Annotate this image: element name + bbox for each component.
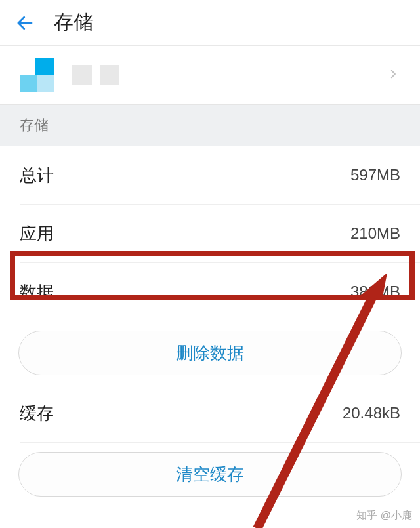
row-app-value: 210MB — [350, 224, 400, 243]
app-icon — [20, 58, 59, 92]
row-data: 数据 388MB — [0, 263, 420, 321]
row-total-value: 597MB — [350, 166, 400, 184]
app-name-blurred — [72, 65, 119, 85]
section-label-storage: 存储 — [0, 105, 420, 146]
row-data-label: 数据 — [20, 281, 54, 304]
chevron-right-icon — [387, 68, 400, 81]
delete-data-button[interactable]: 删除数据 — [18, 331, 402, 375]
row-data-value: 388MB — [350, 283, 400, 301]
back-icon[interactable] — [14, 12, 35, 33]
row-total-label: 总计 — [20, 164, 54, 187]
row-total: 总计 597MB — [0, 146, 420, 204]
app-info-row[interactable] — [0, 46, 420, 105]
header-bar: 存储 — [0, 0, 420, 46]
watermark-text: 知乎 @小鹿 — [356, 509, 412, 523]
divider — [20, 321, 420, 321]
row-app-label: 应用 — [20, 222, 54, 245]
row-app: 应用 210MB — [0, 205, 420, 262]
divider — [20, 442, 420, 443]
row-cache-value: 20.48kB — [343, 404, 400, 422]
row-cache-label: 缓存 — [20, 402, 54, 425]
row-cache: 缓存 20.48kB — [0, 384, 420, 442]
clear-cache-button[interactable]: 清空缓存 — [18, 452, 402, 497]
page-title: 存储 — [54, 9, 93, 36]
